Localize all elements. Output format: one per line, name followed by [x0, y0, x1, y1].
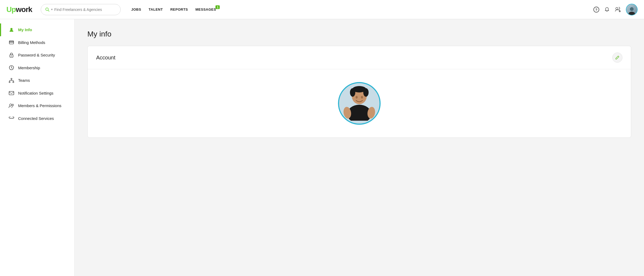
sidebar-my-info-label: My Info [18, 27, 32, 33]
search-icon [45, 7, 50, 12]
logo[interactable]: Upwork [6, 5, 32, 14]
notifications-button[interactable] [604, 7, 610, 13]
page-layout: My Info Billing Methods Password & Se [0, 19, 644, 276]
nav-links: JOBS TALENT REPORTS MESSAGES 1 [131, 7, 216, 11]
billing-icon [9, 40, 14, 44]
page-title: My info [87, 30, 631, 38]
svg-point-23 [10, 104, 12, 106]
nav-messages-wrap[interactable]: MESSAGES 1 [195, 7, 216, 11]
nav-talent[interactable]: TALENT [149, 7, 163, 11]
nav-jobs[interactable]: JOBS [131, 7, 141, 11]
messages-badge: 1 [215, 5, 220, 9]
sidebar-item-membership[interactable]: Membership [0, 62, 74, 74]
logo-up: Up [6, 5, 16, 14]
person-icon [9, 27, 14, 32]
user-avatar[interactable] [626, 4, 638, 15]
card-header: Account [88, 46, 631, 69]
svg-point-34 [363, 88, 369, 97]
sidebar-billing-label: Billing Methods [18, 40, 45, 45]
help-button[interactable]: ? [593, 7, 599, 13]
link-icon [9, 117, 14, 120]
account-card: Account [87, 46, 631, 138]
lock-icon [9, 53, 14, 58]
members-icon [9, 103, 14, 108]
svg-rect-11 [9, 42, 14, 42]
sidebar-item-notification-settings[interactable]: Notification Settings [0, 87, 74, 100]
profile-avatar[interactable] [338, 82, 381, 125]
avatar-image [626, 4, 637, 15]
svg-point-30 [356, 96, 358, 99]
sidebar-membership-label: Membership [18, 65, 40, 71]
sidebar-item-password-security[interactable]: Password & Security [0, 49, 74, 62]
add-user-button[interactable] [615, 7, 621, 13]
svg-point-9 [10, 28, 13, 30]
sidebar-connected-label: Connected Services [18, 116, 54, 121]
sidebar-notification-label: Notification Settings [18, 91, 54, 96]
svg-line-1 [48, 10, 49, 11]
svg-point-33 [350, 88, 355, 97]
clock-icon [9, 65, 14, 70]
sidebar-password-label: Password & Security [18, 52, 55, 58]
teams-icon [9, 78, 14, 83]
main-content: My info Account [75, 19, 644, 276]
svg-rect-22 [9, 91, 14, 95]
sidebar-item-billing-methods[interactable]: Billing Methods [0, 36, 74, 49]
sidebar-teams-label: Teams [18, 78, 30, 83]
svg-rect-17 [13, 82, 14, 83]
top-navigation: Upwork ▾ JOBS TALENT REPORTS MESSAGES 1 … [0, 0, 644, 19]
nav-icons: ? [593, 4, 638, 15]
svg-rect-15 [11, 78, 12, 79]
sidebar-members-label: Members & Permissions [18, 103, 62, 108]
svg-point-31 [361, 96, 363, 99]
envelope-icon [9, 91, 14, 95]
svg-point-4 [616, 7, 618, 10]
edit-account-button[interactable] [612, 52, 622, 63]
svg-point-8 [629, 12, 635, 15]
sidebar: My Info Billing Methods Password & Se [0, 19, 75, 276]
card-section-title: Account [96, 55, 115, 61]
sidebar-item-members-permissions[interactable]: Members & Permissions [0, 99, 74, 112]
logo-work: work [16, 5, 32, 14]
sidebar-item-my-info[interactable]: My Info [0, 23, 74, 36]
sidebar-item-teams[interactable]: Teams [0, 74, 74, 87]
search-chevron-icon: ▾ [51, 8, 53, 11]
nav-messages[interactable]: MESSAGES [195, 7, 216, 11]
nav-reports[interactable]: REPORTS [170, 7, 188, 11]
svg-point-7 [630, 7, 634, 11]
search-bar[interactable]: ▾ [41, 4, 121, 15]
svg-rect-16 [9, 82, 10, 83]
svg-point-13 [11, 55, 12, 56]
search-input[interactable] [54, 7, 116, 12]
logo-text: Upwork [6, 5, 32, 14]
svg-text:?: ? [595, 8, 597, 12]
sidebar-item-connected-services[interactable]: Connected Services [0, 112, 74, 125]
svg-point-24 [12, 104, 14, 106]
card-body [88, 69, 631, 137]
